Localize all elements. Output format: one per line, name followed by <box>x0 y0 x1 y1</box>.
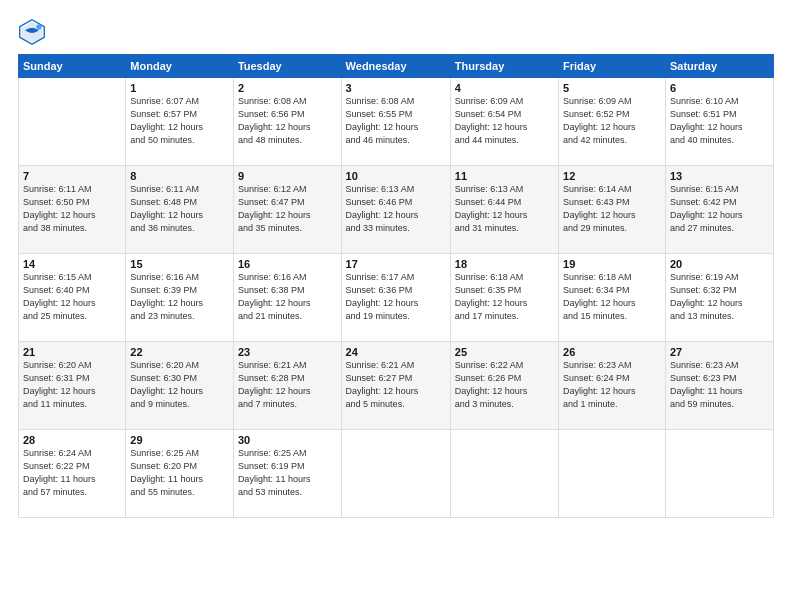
calendar-table: SundayMondayTuesdayWednesdayThursdayFrid… <box>18 54 774 518</box>
calendar-cell: 2Sunrise: 6:08 AM Sunset: 6:56 PM Daylig… <box>233 78 341 166</box>
calendar-cell: 21Sunrise: 6:20 AM Sunset: 6:31 PM Dayli… <box>19 342 126 430</box>
page-header <box>18 18 774 46</box>
day-info: Sunrise: 6:11 AM Sunset: 6:48 PM Dayligh… <box>130 183 229 235</box>
day-number: 28 <box>23 434 121 446</box>
calendar-cell: 17Sunrise: 6:17 AM Sunset: 6:36 PM Dayli… <box>341 254 450 342</box>
calendar-cell: 7Sunrise: 6:11 AM Sunset: 6:50 PM Daylig… <box>19 166 126 254</box>
calendar-cell <box>665 430 773 518</box>
day-number: 7 <box>23 170 121 182</box>
calendar-cell: 29Sunrise: 6:25 AM Sunset: 6:20 PM Dayli… <box>126 430 234 518</box>
day-number: 18 <box>455 258 554 270</box>
day-info: Sunrise: 6:13 AM Sunset: 6:44 PM Dayligh… <box>455 183 554 235</box>
day-info: Sunrise: 6:23 AM Sunset: 6:24 PM Dayligh… <box>563 359 661 411</box>
day-info: Sunrise: 6:18 AM Sunset: 6:34 PM Dayligh… <box>563 271 661 323</box>
day-info: Sunrise: 6:15 AM Sunset: 6:40 PM Dayligh… <box>23 271 121 323</box>
day-info: Sunrise: 6:10 AM Sunset: 6:51 PM Dayligh… <box>670 95 769 147</box>
calendar-cell: 13Sunrise: 6:15 AM Sunset: 6:42 PM Dayli… <box>665 166 773 254</box>
calendar-header-tuesday: Tuesday <box>233 55 341 78</box>
calendar-cell <box>341 430 450 518</box>
calendar-cell: 15Sunrise: 6:16 AM Sunset: 6:39 PM Dayli… <box>126 254 234 342</box>
calendar-cell: 25Sunrise: 6:22 AM Sunset: 6:26 PM Dayli… <box>450 342 558 430</box>
day-info: Sunrise: 6:17 AM Sunset: 6:36 PM Dayligh… <box>346 271 446 323</box>
day-number: 16 <box>238 258 337 270</box>
day-number: 6 <box>670 82 769 94</box>
calendar-header-sunday: Sunday <box>19 55 126 78</box>
calendar-cell: 1Sunrise: 6:07 AM Sunset: 6:57 PM Daylig… <box>126 78 234 166</box>
calendar-week-4: 21Sunrise: 6:20 AM Sunset: 6:31 PM Dayli… <box>19 342 774 430</box>
day-number: 27 <box>670 346 769 358</box>
day-info: Sunrise: 6:14 AM Sunset: 6:43 PM Dayligh… <box>563 183 661 235</box>
calendar-cell: 5Sunrise: 6:09 AM Sunset: 6:52 PM Daylig… <box>559 78 666 166</box>
day-number: 17 <box>346 258 446 270</box>
calendar-header-row: SundayMondayTuesdayWednesdayThursdayFrid… <box>19 55 774 78</box>
calendar-cell: 24Sunrise: 6:21 AM Sunset: 6:27 PM Dayli… <box>341 342 450 430</box>
calendar-header-thursday: Thursday <box>450 55 558 78</box>
calendar-cell: 22Sunrise: 6:20 AM Sunset: 6:30 PM Dayli… <box>126 342 234 430</box>
day-info: Sunrise: 6:23 AM Sunset: 6:23 PM Dayligh… <box>670 359 769 411</box>
day-info: Sunrise: 6:08 AM Sunset: 6:56 PM Dayligh… <box>238 95 337 147</box>
calendar-cell: 6Sunrise: 6:10 AM Sunset: 6:51 PM Daylig… <box>665 78 773 166</box>
calendar-cell: 8Sunrise: 6:11 AM Sunset: 6:48 PM Daylig… <box>126 166 234 254</box>
calendar-cell: 28Sunrise: 6:24 AM Sunset: 6:22 PM Dayli… <box>19 430 126 518</box>
calendar-cell: 11Sunrise: 6:13 AM Sunset: 6:44 PM Dayli… <box>450 166 558 254</box>
day-number: 8 <box>130 170 229 182</box>
calendar-cell: 27Sunrise: 6:23 AM Sunset: 6:23 PM Dayli… <box>665 342 773 430</box>
logo-icon <box>18 18 46 46</box>
day-number: 10 <box>346 170 446 182</box>
day-info: Sunrise: 6:09 AM Sunset: 6:54 PM Dayligh… <box>455 95 554 147</box>
day-info: Sunrise: 6:13 AM Sunset: 6:46 PM Dayligh… <box>346 183 446 235</box>
day-number: 11 <box>455 170 554 182</box>
day-number: 9 <box>238 170 337 182</box>
calendar-cell: 4Sunrise: 6:09 AM Sunset: 6:54 PM Daylig… <box>450 78 558 166</box>
logo <box>18 18 50 46</box>
day-info: Sunrise: 6:18 AM Sunset: 6:35 PM Dayligh… <box>455 271 554 323</box>
calendar-cell: 9Sunrise: 6:12 AM Sunset: 6:47 PM Daylig… <box>233 166 341 254</box>
day-info: Sunrise: 6:09 AM Sunset: 6:52 PM Dayligh… <box>563 95 661 147</box>
calendar-cell: 19Sunrise: 6:18 AM Sunset: 6:34 PM Dayli… <box>559 254 666 342</box>
calendar-cell: 12Sunrise: 6:14 AM Sunset: 6:43 PM Dayli… <box>559 166 666 254</box>
calendar-cell: 14Sunrise: 6:15 AM Sunset: 6:40 PM Dayli… <box>19 254 126 342</box>
day-info: Sunrise: 6:08 AM Sunset: 6:55 PM Dayligh… <box>346 95 446 147</box>
day-number: 3 <box>346 82 446 94</box>
day-number: 21 <box>23 346 121 358</box>
calendar-header-saturday: Saturday <box>665 55 773 78</box>
day-info: Sunrise: 6:20 AM Sunset: 6:30 PM Dayligh… <box>130 359 229 411</box>
calendar-cell: 18Sunrise: 6:18 AM Sunset: 6:35 PM Dayli… <box>450 254 558 342</box>
calendar-week-1: 1Sunrise: 6:07 AM Sunset: 6:57 PM Daylig… <box>19 78 774 166</box>
calendar-cell: 23Sunrise: 6:21 AM Sunset: 6:28 PM Dayli… <box>233 342 341 430</box>
day-number: 1 <box>130 82 229 94</box>
calendar-cell: 26Sunrise: 6:23 AM Sunset: 6:24 PM Dayli… <box>559 342 666 430</box>
day-number: 24 <box>346 346 446 358</box>
day-info: Sunrise: 6:20 AM Sunset: 6:31 PM Dayligh… <box>23 359 121 411</box>
calendar-header-monday: Monday <box>126 55 234 78</box>
day-number: 4 <box>455 82 554 94</box>
day-info: Sunrise: 6:21 AM Sunset: 6:28 PM Dayligh… <box>238 359 337 411</box>
calendar-cell <box>19 78 126 166</box>
calendar-cell: 3Sunrise: 6:08 AM Sunset: 6:55 PM Daylig… <box>341 78 450 166</box>
day-number: 14 <box>23 258 121 270</box>
calendar-header-wednesday: Wednesday <box>341 55 450 78</box>
day-number: 26 <box>563 346 661 358</box>
calendar-week-5: 28Sunrise: 6:24 AM Sunset: 6:22 PM Dayli… <box>19 430 774 518</box>
calendar-week-2: 7Sunrise: 6:11 AM Sunset: 6:50 PM Daylig… <box>19 166 774 254</box>
day-number: 2 <box>238 82 337 94</box>
day-info: Sunrise: 6:19 AM Sunset: 6:32 PM Dayligh… <box>670 271 769 323</box>
day-number: 29 <box>130 434 229 446</box>
day-info: Sunrise: 6:25 AM Sunset: 6:19 PM Dayligh… <box>238 447 337 499</box>
day-number: 19 <box>563 258 661 270</box>
day-info: Sunrise: 6:22 AM Sunset: 6:26 PM Dayligh… <box>455 359 554 411</box>
day-info: Sunrise: 6:25 AM Sunset: 6:20 PM Dayligh… <box>130 447 229 499</box>
day-info: Sunrise: 6:24 AM Sunset: 6:22 PM Dayligh… <box>23 447 121 499</box>
day-number: 20 <box>670 258 769 270</box>
day-number: 15 <box>130 258 229 270</box>
day-info: Sunrise: 6:11 AM Sunset: 6:50 PM Dayligh… <box>23 183 121 235</box>
day-number: 30 <box>238 434 337 446</box>
calendar-cell <box>559 430 666 518</box>
day-info: Sunrise: 6:07 AM Sunset: 6:57 PM Dayligh… <box>130 95 229 147</box>
day-number: 22 <box>130 346 229 358</box>
day-number: 25 <box>455 346 554 358</box>
calendar-week-3: 14Sunrise: 6:15 AM Sunset: 6:40 PM Dayli… <box>19 254 774 342</box>
svg-point-2 <box>36 24 41 29</box>
day-number: 23 <box>238 346 337 358</box>
day-number: 12 <box>563 170 661 182</box>
